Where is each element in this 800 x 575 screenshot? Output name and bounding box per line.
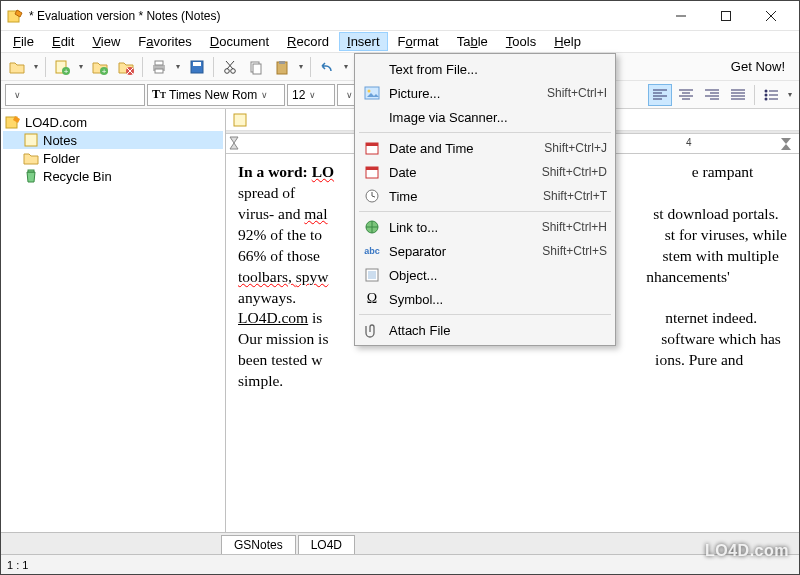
note-icon bbox=[232, 112, 248, 128]
doc-text: LO bbox=[312, 163, 334, 180]
svg-marker-60 bbox=[781, 138, 791, 144]
font-size-combo[interactable]: 12 ∨ bbox=[287, 84, 335, 106]
style-combo[interactable]: ∨ bbox=[5, 84, 145, 106]
menu-document[interactable]: DocumentDocument bbox=[202, 32, 277, 51]
undo-button[interactable] bbox=[315, 55, 339, 79]
menu-favorites[interactable]: FavoritesFavorites bbox=[130, 32, 199, 51]
svg-point-50 bbox=[765, 89, 768, 92]
document-icon bbox=[5, 114, 21, 130]
menu-item-attach-file[interactable]: Attach File bbox=[357, 318, 613, 342]
svg-rect-2 bbox=[721, 11, 730, 20]
save-button[interactable] bbox=[185, 55, 209, 79]
menu-record[interactable]: RecordRecord bbox=[279, 32, 337, 51]
bullet-list-button[interactable] bbox=[759, 84, 783, 106]
menu-item-text-from-file[interactable]: Text from File... bbox=[357, 57, 613, 81]
print-button[interactable] bbox=[147, 55, 171, 79]
menu-edit[interactable]: EditEdit bbox=[44, 32, 82, 51]
doc-text: virus- and bbox=[238, 205, 304, 222]
open-button[interactable] bbox=[5, 55, 29, 79]
svg-point-63 bbox=[368, 90, 371, 93]
print-dropdown[interactable]: ▾ bbox=[173, 62, 183, 71]
menu-view[interactable]: ViewView bbox=[84, 32, 128, 51]
svg-point-52 bbox=[765, 93, 768, 96]
menu-separator bbox=[359, 211, 611, 212]
font-name-combo[interactable]: TT Times New Rom ∨ bbox=[147, 84, 285, 106]
svg-point-18 bbox=[225, 68, 230, 73]
new-note-dropdown[interactable]: ▾ bbox=[76, 62, 86, 71]
menu-help[interactable]: HelpHelp bbox=[546, 32, 589, 51]
tree-item-folder[interactable]: Folder bbox=[3, 149, 223, 167]
svg-rect-25 bbox=[279, 61, 285, 64]
new-note-button[interactable]: + bbox=[50, 55, 74, 79]
copy-button[interactable] bbox=[244, 55, 268, 79]
menu-item-separator[interactable]: abc Separator Shift+Ctrl+S bbox=[357, 239, 613, 263]
hourglass-icon bbox=[228, 136, 240, 150]
svg-rect-59 bbox=[234, 114, 246, 126]
menu-item-date-and-time[interactable]: Date and Time Shift+Ctrl+J bbox=[357, 136, 613, 160]
cut-button[interactable] bbox=[218, 55, 242, 79]
object-icon bbox=[363, 266, 381, 284]
align-right-button[interactable] bbox=[700, 84, 724, 106]
open-dropdown[interactable]: ▾ bbox=[31, 62, 41, 71]
note-icon bbox=[23, 132, 39, 148]
toolbar-separator bbox=[754, 85, 755, 105]
menu-item-picture[interactable]: Picture... Shift+Ctrl+I bbox=[357, 81, 613, 105]
minimize-button[interactable] bbox=[658, 2, 703, 30]
calendar-icon bbox=[363, 139, 381, 157]
ruler-tick: 4 bbox=[686, 137, 692, 148]
insert-menu-dropdown: Text from File... Picture... Shift+Ctrl+… bbox=[354, 53, 616, 346]
align-center-button[interactable] bbox=[674, 84, 698, 106]
clock-icon bbox=[363, 187, 381, 205]
calendar-icon bbox=[363, 163, 381, 181]
undo-dropdown[interactable]: ▾ bbox=[341, 62, 351, 71]
chevron-down-icon: ∨ bbox=[309, 90, 316, 100]
new-folder-button[interactable]: + bbox=[88, 55, 112, 79]
svg-rect-62 bbox=[365, 87, 379, 99]
tree-root-label: LO4D.com bbox=[25, 115, 87, 130]
doc-text: software which has bbox=[661, 330, 781, 347]
indent-marker-icon[interactable] bbox=[781, 138, 791, 150]
menu-item-symbol[interactable]: Ω Symbol... bbox=[357, 287, 613, 311]
shortcut-label: Shift+Ctrl+H bbox=[542, 220, 607, 234]
menu-tools[interactable]: ToolsTools bbox=[498, 32, 544, 51]
delete-button[interactable] bbox=[114, 55, 138, 79]
paste-dropdown[interactable]: ▾ bbox=[296, 62, 306, 71]
app-icon bbox=[7, 8, 23, 24]
menu-insert[interactable]: InsertInsert bbox=[339, 32, 388, 51]
close-button[interactable] bbox=[748, 2, 793, 30]
tree-root[interactable]: LO4D.com bbox=[3, 113, 223, 131]
menu-format[interactable]: FormatFormat bbox=[390, 32, 447, 51]
menu-item-image-via-scanner[interactable]: Image via Scanner... bbox=[357, 105, 613, 129]
menu-item-time[interactable]: Time Shift+Ctrl+T bbox=[357, 184, 613, 208]
picture-icon bbox=[363, 84, 381, 102]
svg-marker-61 bbox=[781, 144, 791, 150]
maximize-button[interactable] bbox=[703, 2, 748, 30]
doc-text: Our mission is bbox=[238, 330, 328, 347]
align-left-button[interactable] bbox=[648, 84, 672, 106]
tab-lo4d[interactable]: LO4D bbox=[298, 535, 355, 554]
menu-item-object[interactable]: Object... bbox=[357, 263, 613, 287]
app-window: * Evaluation version * Notes (Notes) FFi… bbox=[0, 0, 800, 575]
doc-link[interactable]: LO4D.com bbox=[238, 309, 308, 326]
tab-gsnotes[interactable]: GSNotes bbox=[221, 535, 296, 554]
paste-button[interactable] bbox=[270, 55, 294, 79]
menu-item-date[interactable]: Date Shift+Ctrl+D bbox=[357, 160, 613, 184]
get-now-link[interactable]: Get Now! bbox=[721, 59, 795, 74]
svg-point-19 bbox=[231, 68, 236, 73]
recycle-bin-icon bbox=[23, 168, 39, 184]
menu-separator bbox=[359, 314, 611, 315]
doc-text: st for viruses, while bbox=[665, 226, 787, 243]
doc-text: st download portals. bbox=[653, 205, 778, 222]
tree-item-recycle[interactable]: Recycle Bin bbox=[3, 167, 223, 185]
tree-item-notes[interactable]: Notes bbox=[3, 131, 223, 149]
menu-item-link-to[interactable]: Link to... Shift+Ctrl+H bbox=[357, 215, 613, 239]
font-size-value: 12 bbox=[292, 88, 305, 102]
shortcut-label: Shift+Ctrl+S bbox=[542, 244, 607, 258]
align-justify-button[interactable] bbox=[726, 84, 750, 106]
doc-text: In a word: bbox=[238, 163, 312, 180]
menu-table[interactable]: TableTable bbox=[449, 32, 496, 51]
status-bar: 1 : 1 bbox=[1, 554, 799, 574]
menu-file[interactable]: FFileile bbox=[5, 32, 42, 51]
navigation-tree[interactable]: LO4D.com Notes Folder Recycle Bin bbox=[1, 109, 226, 532]
bullet-list-dropdown[interactable]: ▾ bbox=[785, 90, 795, 99]
